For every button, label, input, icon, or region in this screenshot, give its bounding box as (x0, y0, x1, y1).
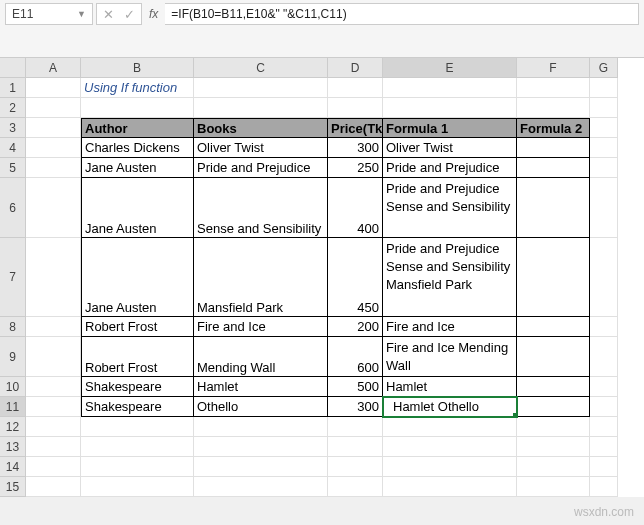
row-header-5[interactable]: 5 (0, 158, 26, 178)
cell-G11[interactable] (590, 397, 618, 417)
cell-D8[interactable]: 200 (328, 317, 383, 337)
cell-F11[interactable] (517, 397, 590, 417)
row-header-6[interactable]: 6 (0, 178, 26, 238)
cell-G2[interactable] (590, 98, 618, 118)
cell-C1[interactable] (194, 78, 328, 98)
cell-A9[interactable] (26, 337, 81, 377)
cell-A12[interactable] (26, 417, 81, 437)
cell-D2[interactable] (328, 98, 383, 118)
cell-B10[interactable]: Shakespeare (81, 377, 194, 397)
cell-A15[interactable] (26, 477, 81, 497)
cell-F13[interactable] (517, 437, 590, 457)
cell-G12[interactable] (590, 417, 618, 437)
cell-G15[interactable] (590, 477, 618, 497)
cell-C5[interactable]: Pride and Prejudice (194, 158, 328, 178)
cell-G4[interactable] (590, 138, 618, 158)
cell-D7[interactable]: 450 (328, 238, 383, 317)
cell-F12[interactable] (517, 417, 590, 437)
cell-G6[interactable] (590, 178, 618, 238)
cell-B13[interactable] (81, 437, 194, 457)
accept-icon[interactable]: ✓ (124, 7, 135, 22)
cell-B12[interactable] (81, 417, 194, 437)
cell-E8[interactable]: Fire and Ice (383, 317, 517, 337)
row-header-2[interactable]: 2 (0, 98, 26, 118)
cell-G14[interactable] (590, 457, 618, 477)
row-header-4[interactable]: 4 (0, 138, 26, 158)
cell-G1[interactable] (590, 78, 618, 98)
cell-F7[interactable] (517, 238, 590, 317)
cell-A8[interactable] (26, 317, 81, 337)
cell-A1[interactable] (26, 78, 81, 98)
cell-G8[interactable] (590, 317, 618, 337)
col-header-C[interactable]: C (194, 58, 328, 78)
row-header-11[interactable]: 11 (0, 397, 26, 417)
cell-G13[interactable] (590, 437, 618, 457)
cell-D10[interactable]: 500 (328, 377, 383, 397)
cell-D1[interactable] (328, 78, 383, 98)
cell-C12[interactable] (194, 417, 328, 437)
cell-E2[interactable] (383, 98, 517, 118)
cell-A11[interactable] (26, 397, 81, 417)
cell-G10[interactable] (590, 377, 618, 397)
grid-body[interactable]: Using If function (26, 78, 618, 497)
cell-C9[interactable]: Mending Wall (194, 337, 328, 377)
cell-F3[interactable]: Formula 2 (517, 118, 590, 138)
row-header-8[interactable]: 8 (0, 317, 26, 337)
cell-F14[interactable] (517, 457, 590, 477)
row-header-9[interactable]: 9 (0, 337, 26, 377)
cell-D3[interactable]: Price(Tk) (328, 118, 383, 138)
cell-B11[interactable]: Shakespeare (81, 397, 194, 417)
cell-B1[interactable]: Using If function (81, 78, 194, 98)
cell-A14[interactable] (26, 457, 81, 477)
cell-B15[interactable] (81, 477, 194, 497)
cell-G5[interactable] (590, 158, 618, 178)
cell-B7[interactable]: Jane Austen (81, 238, 194, 317)
cell-E14[interactable] (383, 457, 517, 477)
formula-input[interactable]: =IF(B10=B11,E10&" "&C11,C11) (165, 3, 639, 25)
cell-D4[interactable]: 300 (328, 138, 383, 158)
cell-E3[interactable]: Formula 1 (383, 118, 517, 138)
cell-F9[interactable] (517, 337, 590, 377)
cell-B5[interactable]: Jane Austen (81, 158, 194, 178)
cell-C13[interactable] (194, 437, 328, 457)
cell-C14[interactable] (194, 457, 328, 477)
cell-F6[interactable] (517, 178, 590, 238)
cell-D13[interactable] (328, 437, 383, 457)
cell-A2[interactable] (26, 98, 81, 118)
cell-C6[interactable]: Sense and Sensibility (194, 178, 328, 238)
cell-D6[interactable]: 400 (328, 178, 383, 238)
col-header-D[interactable]: D (328, 58, 383, 78)
chevron-down-icon[interactable]: ▼ (77, 9, 86, 19)
cell-D14[interactable] (328, 457, 383, 477)
cell-B8[interactable]: Robert Frost (81, 317, 194, 337)
cell-E12[interactable] (383, 417, 517, 437)
cell-E4[interactable]: Oliver Twist (383, 138, 517, 158)
cell-D15[interactable] (328, 477, 383, 497)
fx-icon[interactable]: fx (145, 3, 162, 25)
cell-B14[interactable] (81, 457, 194, 477)
cell-E6[interactable]: Pride and Prejudice Sense and Sensibilit… (383, 178, 517, 238)
cell-G7[interactable] (590, 238, 618, 317)
cell-B4[interactable]: Charles Dickens (81, 138, 194, 158)
cell-A4[interactable] (26, 138, 81, 158)
cell-C3[interactable]: Books (194, 118, 328, 138)
cell-E9[interactable]: Fire and Ice Mending Wall (383, 337, 517, 377)
cell-E15[interactable] (383, 477, 517, 497)
cell-F1[interactable] (517, 78, 590, 98)
cell-B3[interactable]: Author (81, 118, 194, 138)
cell-B9[interactable]: Robert Frost (81, 337, 194, 377)
row-header-13[interactable]: 13 (0, 437, 26, 457)
cell-F15[interactable] (517, 477, 590, 497)
col-header-A[interactable]: A (26, 58, 81, 78)
cell-E1[interactable] (383, 78, 517, 98)
cell-C11[interactable]: Othello (194, 397, 328, 417)
cell-B2[interactable] (81, 98, 194, 118)
row-header-15[interactable]: 15 (0, 477, 26, 497)
row-header-10[interactable]: 10 (0, 377, 26, 397)
cell-E13[interactable] (383, 437, 517, 457)
col-header-B[interactable]: B (81, 58, 194, 78)
cell-F5[interactable] (517, 158, 590, 178)
cell-C2[interactable] (194, 98, 328, 118)
cell-E7[interactable]: Pride and Prejudice Sense and Sensibilit… (383, 238, 517, 317)
col-header-F[interactable]: F (517, 58, 590, 78)
